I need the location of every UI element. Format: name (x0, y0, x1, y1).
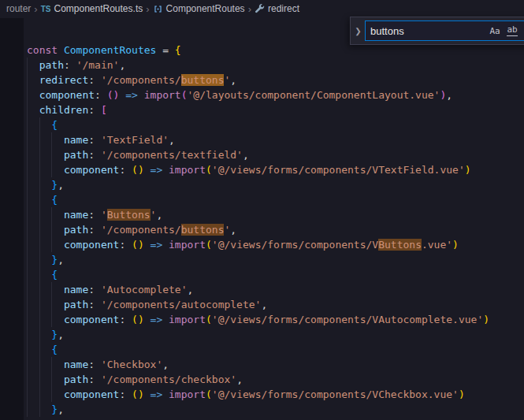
breadcrumb-item-symbol-redirect[interactable]: redirect (255, 3, 299, 14)
code-line[interactable]: path: '/components/checkbox', (24, 372, 524, 387)
code-token: ) (483, 314, 489, 325)
code-token: '/components/checkbox' (101, 374, 236, 385)
chevron-right-icon (146, 4, 149, 14)
code-line[interactable]: }, (24, 402, 524, 417)
code-line[interactable]: }, (24, 252, 524, 267)
code-token: : (88, 134, 95, 146)
code-line[interactable]: { (24, 342, 524, 357)
code-token: } (51, 254, 58, 266)
code-token (27, 314, 64, 325)
indent-guide (39, 297, 40, 312)
indent-guide (27, 387, 28, 402)
symbol-object-icon (153, 4, 163, 14)
code-token: { (51, 344, 58, 355)
breadcrumb: router TS ComponentRoutes.ts ComponentRo… (0, 0, 524, 17)
code-token: import (169, 239, 206, 251)
indent-guide (51, 162, 52, 177)
code-token: () (107, 89, 120, 101)
code-line[interactable]: redirect: '/components/buttons', (24, 72, 524, 87)
code-token: '@/views/forms/components/VTextField.vue… (212, 164, 465, 176)
code-line[interactable]: { (24, 117, 524, 132)
code-token (95, 284, 101, 295)
code-token (27, 104, 39, 116)
code-editor[interactable]: const ComponentRoutes = { path: '/main',… (24, 43, 524, 420)
code-token: : (88, 224, 95, 236)
code-token: () (132, 388, 144, 400)
breadcrumb-label: ComponentRoutes.ts (54, 3, 143, 14)
code-token: import (144, 89, 181, 101)
code-line[interactable]: { (24, 192, 524, 207)
breadcrumb-item-file[interactable]: TS ComponentRoutes.ts (41, 3, 143, 14)
code-line[interactable]: }, (24, 177, 524, 192)
code-token: '/components/ (101, 74, 181, 86)
code-token: '@/layouts/component/ComponentLayout.vue… (188, 89, 440, 101)
code-line[interactable]: name: 'Autocomplete', (24, 282, 524, 297)
breadcrumb-item-router[interactable]: router (6, 3, 31, 14)
code-token: component (39, 89, 95, 101)
code-line[interactable]: component: () => import('@/layouts/compo… (24, 87, 524, 102)
code-token: , (58, 179, 64, 191)
chevron-right-icon (248, 4, 251, 14)
code-token: , (243, 149, 249, 161)
code-line[interactable]: name: 'TextField', (24, 132, 524, 147)
code-line[interactable]: path: '/components/textfield', (24, 147, 524, 162)
code-token (27, 239, 64, 251)
code-token (27, 134, 64, 146)
code-line[interactable]: const ComponentRoutes = { (24, 43, 524, 58)
indent-guide (27, 132, 28, 147)
code-token: path (64, 374, 88, 385)
code-token: = (162, 44, 169, 56)
indent-guide (27, 252, 28, 267)
indent-guide (27, 192, 28, 207)
toggle-replace-button[interactable] (352, 17, 364, 44)
code-line[interactable]: component: () => import('@/views/forms/c… (24, 312, 524, 327)
code-token (95, 134, 101, 146)
code-line[interactable]: path: '/main', (24, 58, 524, 72)
indent-guide (39, 177, 40, 192)
code-line[interactable]: { (24, 267, 524, 282)
code-line[interactable]: path: '/components/autocomplete', (24, 297, 524, 312)
code-token: ' (101, 209, 107, 221)
code-token (95, 149, 101, 161)
indent-guide (39, 282, 40, 297)
code-token: path (64, 149, 88, 161)
breadcrumb-label: redirect (268, 3, 299, 14)
code-token: } (51, 329, 58, 340)
code-token: , (446, 89, 452, 101)
indent-guide (39, 252, 40, 267)
indent-guide (27, 342, 28, 357)
code-token (95, 299, 101, 310)
code-line[interactable]: component: () => import('@/views/forms/c… (24, 162, 524, 177)
code-token: => (151, 239, 163, 251)
code-line[interactable]: path: '/components/buttons', (24, 222, 524, 237)
code-token (101, 89, 107, 101)
code-line[interactable]: children: [ (24, 102, 524, 117)
code-token: , (162, 359, 169, 370)
code-line[interactable]: name: 'Checkbox', (24, 357, 524, 372)
breadcrumb-item-symbol-object[interactable]: ComponentRoutes (153, 3, 245, 14)
code-token (144, 239, 151, 251)
code-line[interactable]: name: 'Buttons', (24, 207, 524, 222)
code-token: import (169, 314, 206, 325)
code-line[interactable]: }, (24, 327, 524, 342)
code-token (27, 164, 64, 176)
code-token: component (64, 239, 119, 251)
indent-guide (27, 147, 28, 162)
find-input[interactable]: buttons Aa ab .* (365, 20, 524, 41)
code-line[interactable]: component: () => import('@/views/forms/c… (24, 237, 524, 252)
code-token: , (58, 254, 64, 266)
find-match-highlight: Buttons (378, 239, 422, 251)
code-line[interactable]: component: () => import('@/views/forms/c… (24, 387, 524, 402)
find-query-text: buttons (370, 25, 404, 37)
code-token: , (58, 403, 64, 415)
indent-guide (39, 117, 40, 132)
indent-guide (39, 162, 40, 177)
code-token (162, 164, 169, 176)
match-case-button[interactable]: Aa (487, 23, 503, 39)
code-token: ) (452, 239, 459, 251)
whole-word-button[interactable]: ab (504, 23, 520, 39)
code-token (27, 284, 64, 295)
code-token (27, 359, 64, 370)
code-token: name (64, 359, 88, 370)
code-token: '@/views/forms/components/VAutocomplete.… (212, 314, 483, 325)
